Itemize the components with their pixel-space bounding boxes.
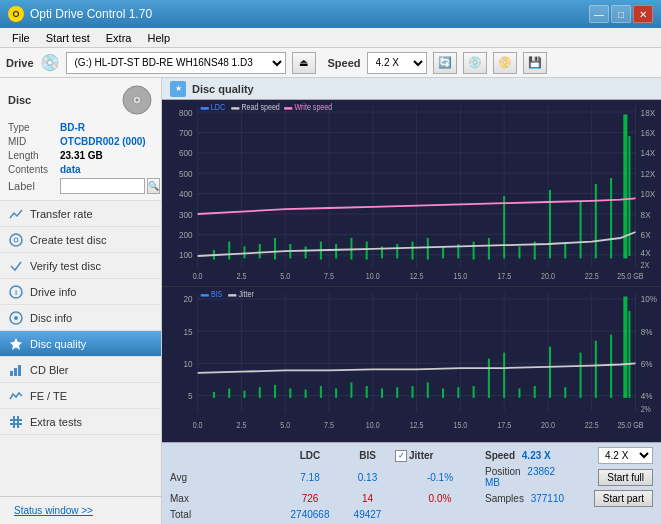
fe-te-icon	[8, 388, 24, 404]
close-button[interactable]: ✕	[633, 5, 653, 23]
disc2-button[interactable]: 📀	[493, 52, 517, 74]
svg-text:BIS: BIS	[211, 289, 222, 299]
svg-rect-167	[228, 294, 236, 296]
svg-text:8X: 8X	[641, 209, 651, 220]
svg-rect-151	[442, 388, 444, 398]
maximize-button[interactable]: □	[611, 5, 631, 23]
ldc-max: 726	[280, 493, 340, 504]
length-value: 23.31 GB	[60, 150, 103, 161]
contents-label: Contents	[8, 164, 60, 175]
jitter-max: 0.0%	[395, 493, 485, 504]
speed-control: 4.2 X	[598, 447, 653, 464]
svg-text:8%: 8%	[641, 326, 653, 337]
jitter-checkbox[interactable]: ✓	[395, 450, 407, 462]
sidebar-item-create-test-disc[interactable]: Create test disc	[0, 227, 161, 253]
svg-text:300: 300	[179, 209, 193, 220]
stats-speed-dropdown[interactable]: 4.2 X	[598, 447, 653, 464]
svg-rect-12	[18, 365, 21, 376]
svg-rect-79	[427, 238, 429, 260]
svg-rect-91	[610, 178, 612, 258]
svg-rect-137	[228, 388, 230, 398]
svg-text:4%: 4%	[641, 390, 653, 401]
disc-info-label: Disc info	[30, 312, 72, 324]
svg-point-2	[136, 99, 139, 102]
ldc-col-header: LDC	[280, 450, 340, 461]
transfer-rate-label: Transfer rate	[30, 208, 93, 220]
eject-button[interactable]: ⏏	[292, 52, 316, 74]
sidebar: Disc Type BD-R MID OTCBDR002 (000) Lengt…	[0, 78, 162, 524]
disc-title: Disc	[8, 94, 31, 106]
svg-text:17.5: 17.5	[497, 271, 511, 281]
max-row-label: Max	[170, 493, 280, 504]
disc-quality-label: Disc quality	[30, 338, 86, 350]
svg-rect-93	[628, 136, 630, 256]
svg-rect-161	[595, 341, 597, 398]
sidebar-item-transfer-rate[interactable]: Transfer rate	[0, 201, 161, 227]
bottom-chart-svg: 20 15 10 5 10% 8% 6% 4% 2% 0.0 2.5 5.0 7…	[162, 287, 661, 442]
svg-text:22.5: 22.5	[585, 420, 599, 430]
bis-col-header: BIS	[340, 450, 395, 461]
svg-rect-136	[213, 392, 215, 398]
svg-point-3	[10, 234, 22, 246]
minimize-button[interactable]: —	[589, 5, 609, 23]
sidebar-item-verify-test-disc[interactable]: Verify test disc	[0, 253, 161, 279]
menu-extra[interactable]: Extra	[98, 30, 140, 46]
svg-rect-14	[10, 423, 22, 425]
svg-text:800: 800	[179, 107, 193, 118]
refresh-button[interactable]: 🔄	[433, 52, 457, 74]
svg-rect-88	[564, 244, 566, 258]
svg-text:5.0: 5.0	[280, 420, 290, 430]
menu-file[interactable]: File	[4, 30, 38, 46]
verify-test-disc-label: Verify test disc	[30, 260, 101, 272]
svg-text:12.5: 12.5	[410, 420, 424, 430]
svg-rect-94	[201, 107, 209, 109]
svg-point-8	[14, 316, 18, 320]
menu-start-test[interactable]: Start test	[38, 30, 98, 46]
svg-text:7.5: 7.5	[324, 271, 334, 281]
speed-select[interactable]: 4.2 X	[367, 52, 427, 74]
svg-text:200: 200	[179, 229, 193, 240]
sidebar-item-drive-info[interactable]: i Drive info	[0, 279, 161, 305]
svg-text:15.0: 15.0	[453, 420, 467, 430]
verify-test-disc-icon	[8, 258, 24, 274]
type-value: BD-R	[60, 122, 85, 133]
panel-header: ★ Disc quality	[162, 78, 661, 100]
svg-text:20.0: 20.0	[541, 420, 555, 430]
bis-max: 14	[340, 493, 395, 504]
svg-rect-87	[549, 190, 551, 258]
save-button[interactable]: 💾	[523, 52, 547, 74]
start-part-button[interactable]: Start part	[594, 490, 653, 507]
cd-bler-label: CD Bler	[30, 364, 69, 376]
svg-rect-142	[305, 390, 307, 398]
svg-text:6X: 6X	[641, 229, 651, 240]
svg-rect-158	[549, 347, 551, 398]
svg-text:4X: 4X	[641, 247, 651, 258]
svg-rect-154	[488, 359, 490, 398]
svg-rect-69	[274, 238, 276, 260]
menu-help[interactable]: Help	[139, 30, 178, 46]
svg-rect-148	[396, 387, 398, 398]
sidebar-item-extra-tests[interactable]: Extra tests	[0, 409, 161, 435]
sidebar-item-cd-bler[interactable]: CD Bler	[0, 357, 161, 383]
speed-col-header: Speed 4.23 X	[485, 450, 565, 461]
samples-label-row: Samples 377110	[485, 493, 565, 504]
sidebar-item-disc-info[interactable]: Disc info	[0, 305, 161, 331]
label-button[interactable]: 🔍	[147, 178, 160, 194]
svg-text:2.5: 2.5	[236, 420, 246, 430]
svg-rect-150	[427, 382, 429, 398]
status-section: Status window >>	[0, 496, 161, 524]
disc-button[interactable]: 💿	[463, 52, 487, 74]
speed-val: 4.23 X	[522, 450, 551, 461]
svg-text:0.0: 0.0	[193, 271, 204, 281]
ldc-total: 2740668	[280, 509, 340, 520]
svg-rect-98	[284, 107, 292, 109]
svg-rect-100	[162, 287, 661, 442]
sidebar-item-disc-quality[interactable]: Disc quality	[0, 331, 161, 357]
start-full-button[interactable]: Start full	[598, 469, 653, 486]
label-input[interactable]	[60, 178, 145, 194]
status-window-button[interactable]: Status window >>	[6, 501, 101, 520]
svg-rect-13	[10, 419, 22, 421]
panel-title: Disc quality	[192, 83, 254, 95]
sidebar-item-fe-te[interactable]: FE / TE	[0, 383, 161, 409]
drive-select[interactable]: (G:) HL-DT-ST BD-RE WH16NS48 1.D3	[66, 52, 286, 74]
